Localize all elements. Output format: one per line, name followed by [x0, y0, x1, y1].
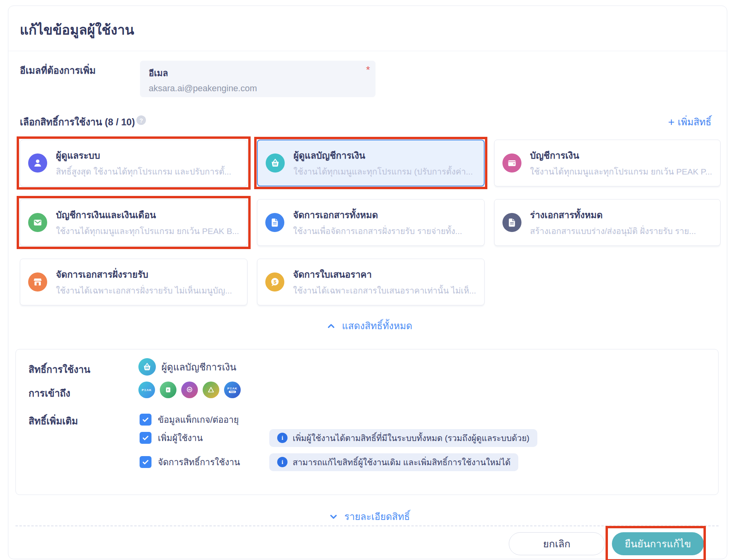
role-label: สิทธิ์การใช้งาน — [29, 362, 90, 377]
basket-icon — [138, 358, 156, 376]
permission-card-title: ผู้ดูแลบัญชีการเงิน — [293, 148, 473, 163]
permission-card[interactable]: จัดการเอกสารทั้งหมดใช้งานเพื่อจัดการเอกส… — [257, 199, 485, 246]
permission-card-desc: สิทธิ์สูงสุด ใช้งานได้ทุกโปรแกรม และปรับ… — [56, 165, 231, 178]
email-input[interactable]: อีเมล aksara.ai@peakengine.com * — [140, 61, 376, 97]
dollar-bubble-icon: $ — [265, 272, 284, 292]
app-peak-tax-icon: PΞΛKTAX — [224, 382, 241, 398]
store-icon — [28, 272, 47, 292]
email-field-label: อีเมลที่ต้องการเพิ่ม — [20, 63, 96, 78]
help-icon[interactable]: ? — [136, 115, 146, 125]
add-permission-link[interactable]: + เพิ่มสิทธิ์ — [668, 114, 711, 130]
email-input-value: aksara.ai@peakengine.com — [149, 83, 367, 94]
permissions-section-label: เลือกสิทธิ์การใช้งาน (8 / 10) — [20, 114, 135, 130]
extra-permission-row: ข้อมูลแพ็กเกจ/ต่ออายุ — [140, 409, 269, 430]
svg-text:W: W — [188, 388, 191, 391]
confirm-edit-button[interactable]: ยืนยันการแก้ไข — [612, 532, 704, 555]
permission-cards-grid: ผู้ดูแลระบบสิทธิ์สูงสุด ใช้งานได้ทุกโปรแ… — [20, 140, 719, 305]
app-doc-arrow-icon — [160, 382, 176, 398]
access-apps-row: PΞΛKWPΞΛKTAX — [138, 382, 241, 398]
permission-card-desc: สร้างเอกสารแบบร่าง/ส่งอนุมัติ ฝั่งรายรับ… — [530, 224, 696, 238]
access-label: การเข้าถึง — [29, 385, 70, 401]
person-icon — [28, 153, 47, 173]
permission-card-title: จัดการใบเสนอราคา — [293, 267, 476, 282]
footer-divider — [15, 525, 719, 526]
title-divider — [8, 51, 728, 51]
info-note-text: สามารถแก้ไขสิทธิ์ผู้ใช้งานเดิม และเพิ่มส… — [293, 456, 510, 469]
checkbox-checked[interactable] — [140, 414, 151, 426]
permission-card-title: บัญชีการเงินและเงินเดือน — [56, 208, 239, 222]
permission-card-desc: ใช้งานได้เฉพาะเอกสารฝั่งรายรับ ไม่เห็นเม… — [56, 284, 232, 297]
app-triangle-icon — [203, 382, 219, 398]
email-input-floating-label: อีเมล — [149, 66, 367, 80]
permission-card-desc: ใช้งานได้ทุกเมนูและทุกโปรแกรม (ปรับการตั… — [293, 165, 473, 178]
chevron-up-icon — [326, 321, 336, 331]
info-note: iเพิ่มผู้ใช้งานได้ตามสิทธิ์ที่มีในระบบทั… — [269, 429, 537, 447]
permission-card-title: จัดการเอกสารฝั่งรายรับ — [56, 267, 232, 282]
document-icon — [502, 213, 521, 232]
show-all-permissions-label: แสดงสิทธิ์ทั้งหมด — [342, 318, 412, 334]
app-icon-label: PΞΛK — [142, 388, 152, 392]
permission-card[interactable]: ผู้ดูแลบัญชีการเงินใช้งานได้ทุกเมนูและทุ… — [257, 140, 485, 186]
basket-icon — [266, 153, 285, 173]
checkbox-checked[interactable] — [140, 432, 151, 444]
extra-permissions-label: สิทธิ์เพิ่มเติม — [29, 413, 78, 429]
permission-details-link[interactable]: รายละเอียดสิทธิ์ — [20, 509, 719, 524]
app-peak-icon: PΞΛK — [138, 382, 155, 398]
info-icon: i — [277, 433, 288, 443]
svg-text:$: $ — [274, 279, 276, 285]
permission-card-desc: ใช้งานได้ทุกเมนูและทุกโปรแกรม ยกเว้น PEA… — [530, 165, 712, 178]
wallet-icon — [502, 153, 521, 173]
permission-card[interactable]: จัดการเอกสารฝั่งรายรับใช้งานได้เฉพาะเอกส… — [20, 259, 247, 305]
app-icon-label: PΞΛK — [227, 387, 238, 390]
info-note-text: เพิ่มผู้ใช้งานได้ตามสิทธิ์ที่มีในระบบทั้… — [293, 432, 529, 445]
extra-permission-label: จัดการสิทธิ์การใช้งาน — [158, 455, 240, 469]
app-pin-w-icon: W — [181, 382, 198, 398]
permission-card-title: ร่างเอกสารทั้งหมด — [530, 208, 696, 222]
page-title: แก้ไขข้อมูลผู้ใช้งาน — [20, 19, 134, 40]
permission-details-panel — [15, 349, 719, 495]
cancel-button[interactable]: ยกเลิก — [509, 532, 605, 555]
extra-permission-label: ข้อมูลแพ็กเกจ/ต่ออายุ — [158, 413, 239, 427]
info-icon: i — [277, 457, 288, 467]
permission-card[interactable]: ผู้ดูแลระบบสิทธิ์สูงสุด ใช้งานได้ทุกโปรแ… — [20, 140, 247, 186]
chevron-down-icon — [328, 512, 339, 522]
mail-icon — [28, 213, 47, 232]
role-value: ผู้ดูแลบัญชีการเงิน — [138, 358, 236, 376]
required-asterisk: * — [366, 64, 370, 76]
app-icon-badge: TAX — [229, 391, 236, 393]
permission-card-desc: ใช้งานได้เฉพาะเอกสารใบเสนอราคาเท่านั้น ไ… — [293, 284, 476, 297]
checkbox-checked[interactable] — [140, 456, 151, 468]
permission-card-desc: ใช้งานได้ทุกเมนูและทุกโปรแกรม ยกเว้น PEA… — [56, 224, 239, 238]
document-icon — [265, 213, 284, 232]
permission-card-title: บัญชีการเงิน — [530, 148, 712, 163]
extra-permission-row: จัดการสิทธิ์การใช้งานiสามารถแก้ไขสิทธิ์ผ… — [140, 452, 518, 472]
add-permission-label: เพิ่มสิทธิ์ — [678, 114, 711, 130]
role-value-text: ผู้ดูแลบัญชีการเงิน — [161, 359, 236, 375]
permission-card[interactable]: บัญชีการเงินใช้งานได้ทุกเมนูและทุกโปรแกร… — [494, 140, 721, 186]
plus-icon: + — [668, 117, 675, 127]
show-all-permissions-link[interactable]: แสดงสิทธิ์ทั้งหมด — [20, 318, 719, 334]
permission-card[interactable]: $จัดการใบเสนอราคาใช้งานได้เฉพาะเอกสารใบเ… — [257, 259, 485, 305]
permission-card-desc: ใช้งานเพื่อจัดการเอกสารฝั่งรายรับ รายจ่า… — [293, 224, 462, 238]
permission-card[interactable]: บัญชีการเงินและเงินเดือนใช้งานได้ทุกเมนู… — [20, 199, 247, 246]
permission-card-title: จัดการเอกสารทั้งหมด — [293, 208, 462, 222]
permission-card-title: ผู้ดูแลระบบ — [56, 148, 231, 163]
permission-card[interactable]: ร่างเอกสารทั้งหมดสร้างเอกสารแบบร่าง/ส่งอ… — [494, 199, 721, 246]
permission-details-label: รายละเอียดสิทธิ์ — [344, 509, 410, 524]
info-note: iสามารถแก้ไขสิทธิ์ผู้ใช้งานเดิม และเพิ่ม… — [269, 453, 518, 471]
extra-permission-row: เพิ่มผู้ใช้งานiเพิ่มผู้ใช้งานได้ตามสิทธิ… — [140, 428, 537, 448]
extra-permission-label: เพิ่มผู้ใช้งาน — [158, 431, 203, 445]
